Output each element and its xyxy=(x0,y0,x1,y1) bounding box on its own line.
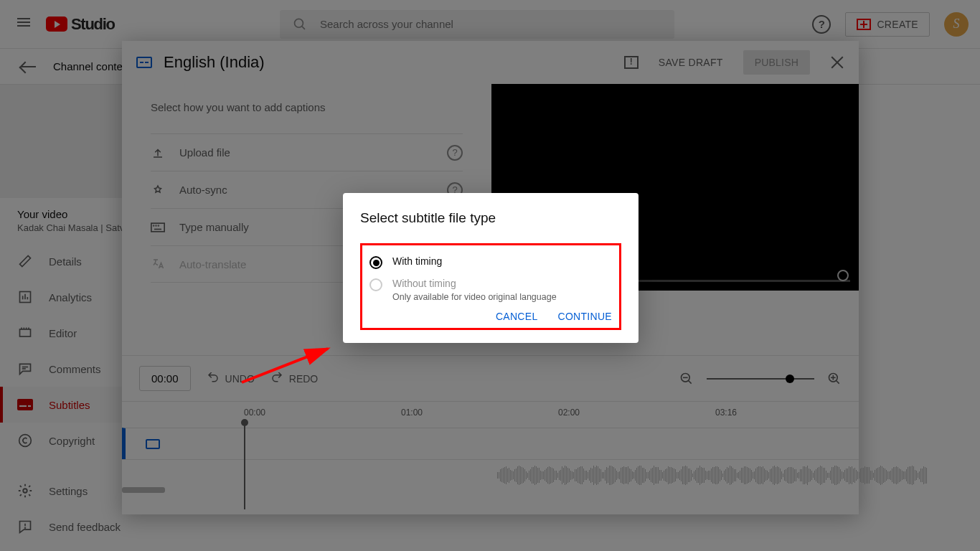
radio-without-timing: Without timing Only available for video … xyxy=(369,278,612,302)
radio-with-timing[interactable]: With timing xyxy=(369,255,612,269)
radio-sublabel: Only available for video original langua… xyxy=(392,292,557,302)
select-subtitle-file-type-modal: Select subtitle file type With timing Wi… xyxy=(343,193,639,343)
cancel-button[interactable]: CANCEL xyxy=(496,311,538,322)
annotation-highlight: With timing Without timing Only availabl… xyxy=(360,243,621,330)
radio-disabled-icon xyxy=(369,278,382,291)
modal-title: Select subtitle file type xyxy=(360,210,621,226)
radio-selected-icon[interactable] xyxy=(369,256,382,269)
radio-label: With timing xyxy=(392,255,442,267)
radio-label: Without timing xyxy=(392,278,557,289)
continue-button[interactable]: CONTINUE xyxy=(557,311,612,322)
